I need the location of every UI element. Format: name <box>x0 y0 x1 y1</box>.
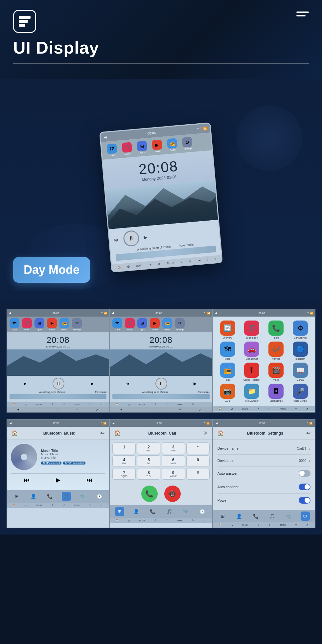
bt-home-tb[interactable]: 🏠 <box>13 504 16 507</box>
dial-3[interactable]: 3DEF <box>162 442 185 454</box>
bn-grid[interactable]: ⊞ <box>12 492 21 501</box>
sc-nav-vedio-2[interactable]: ▶ Vedio <box>150 318 160 331</box>
bn-grid-settings[interactable]: ⊞ <box>218 512 227 521</box>
home-toolbar-icon[interactable]: 🏠 <box>117 266 121 269</box>
sc-nav-maps-1[interactable]: 🗺 Maps <box>10 318 19 331</box>
dial-hash[interactable]: # <box>186 468 210 480</box>
bts-home-tb[interactable]: 🏠 <box>219 524 222 526</box>
call-accept-button[interactable]: 📞 <box>141 486 158 502</box>
bts-vol-tb[interactable]: 🔊 <box>306 524 309 526</box>
sc-home-1[interactable]: 🏠 <box>13 403 16 406</box>
app-filemgr[interactable]: 📁 File Manager <box>241 384 263 402</box>
sc-vol-2[interactable]: 🔊 <box>203 403 206 406</box>
bt-home-call[interactable]: 🏠 <box>114 430 121 436</box>
bn-phone-call[interactable]: 📞 <box>148 507 157 516</box>
nav-app-apps[interactable]: ⊞ Apps <box>137 141 148 154</box>
sc-pwr-2[interactable]: ⏻ <box>128 403 130 406</box>
dial-6[interactable]: 6MNO <box>162 455 185 467</box>
sc-home-3[interactable]: 🏠 <box>219 407 222 410</box>
bn-grid-call[interactable]: ⊞ <box>115 507 124 516</box>
auto-connect-toggle[interactable] <box>299 484 310 490</box>
app-phone[interactable]: 📞 Phone <box>265 321 287 339</box>
mc-play[interactable]: ▶ <box>56 476 60 484</box>
dial-9[interactable]: 9WXYZ <box>162 468 185 480</box>
sc-nav-apps-1[interactable]: ⊞ Apps <box>34 318 44 331</box>
sc-next-1[interactable]: ▶ <box>91 381 94 386</box>
bn-clock-call[interactable]: 🕐 <box>198 507 207 516</box>
nav-app-maps[interactable]: 🗺 Maps <box>106 143 117 156</box>
bt-home-music[interactable]: 🏠 <box>12 430 18 436</box>
dial-7[interactable]: 7PQRS <box>112 468 136 480</box>
dial-4[interactable]: 4GHI <box>112 455 136 467</box>
dial-star[interactable]: * <box>186 442 210 454</box>
app-manual[interactable]: 📖 Manual <box>289 363 311 381</box>
sc-nav-radio-1[interactable]: 📻 Radio <box>59 318 69 331</box>
sc-vol-3[interactable]: 🔊 <box>306 407 309 410</box>
power-icon[interactable]: ⏻ <box>127 265 130 268</box>
btc-pwr-tb[interactable]: ⏻ <box>128 519 130 522</box>
nav-app-settings[interactable]: ⚙ Settings <box>182 137 193 150</box>
app-radio[interactable]: 📻 Radio <box>217 363 239 381</box>
call-reject-button[interactable]: 📵 <box>164 486 181 502</box>
app-voicecontrol[interactable]: 🎤 Voice Control <box>289 384 311 402</box>
app-maps[interactable]: 🗺 Maps <box>217 342 239 360</box>
btc-home-tb[interactable]: 🏠 <box>116 519 119 522</box>
bn-person[interactable]: 👤 <box>29 492 38 501</box>
sc-prev-2[interactable]: ⏮ <box>126 381 129 386</box>
app-localmusic[interactable]: 🎵 Localmusic <box>241 321 263 339</box>
sc-play-2[interactable]: ⏸ <box>155 378 167 390</box>
vol-icon[interactable]: 🔊 <box>189 259 192 263</box>
mc-next[interactable]: ⏭ <box>86 477 92 484</box>
sc-play-1[interactable]: ⏸ <box>53 378 64 390</box>
bn-gear-active[interactable]: ⚙ <box>301 512 310 521</box>
bt-vol-tb[interactable]: 🔊 <box>100 504 103 507</box>
bn-clip[interactable]: 📎 <box>78 492 87 501</box>
dial-0[interactable]: 0- <box>186 455 210 467</box>
bts-pwr-tb[interactable]: ⏻ <box>231 524 233 526</box>
device-name-arrow[interactable]: › <box>309 446 310 451</box>
bn-person-settings[interactable]: 👤 <box>235 512 244 521</box>
back-toolbar-icon[interactable]: ◀ <box>198 259 201 262</box>
sc-home-2[interactable]: 🏠 <box>116 403 119 406</box>
next-icon[interactable]: ▶ <box>144 234 148 240</box>
dial-5[interactable]: 5JKL <box>137 455 160 467</box>
sc-nav-maps-2[interactable]: 🗺 Maps <box>112 318 122 331</box>
app-carsettings[interactable]: ⚙ Car Settings <box>289 321 311 339</box>
mc-prev[interactable]: ⏮ <box>24 477 30 484</box>
nav-app-music[interactable]: 🎵 Music <box>122 142 132 155</box>
bn-clip-call[interactable]: 📎 <box>181 507 190 516</box>
app-soundrec[interactable]: 🎙 Sound Recorder <box>241 363 263 381</box>
bn-music-settings[interactable]: 🎵 <box>267 512 277 521</box>
sc-nav-music-1[interactable]: 🎵 Music <box>22 318 32 331</box>
bn-music-call[interactable]: 🎵 <box>165 507 174 516</box>
sc-vol-1[interactable]: 🔊 <box>100 403 103 406</box>
sc-nav-apps-2[interactable]: ⊞ Apps <box>137 318 147 331</box>
bn-clock[interactable]: 🕐 <box>95 492 104 501</box>
app-originalcar[interactable]: 🚗 Original Car <box>241 342 263 360</box>
sc-prev-1[interactable]: ⏮ <box>23 381 27 386</box>
bn-music-active[interactable]: 🎵 <box>62 492 71 501</box>
bn-phone[interactable]: 📞 <box>45 492 55 501</box>
app-kuwooo[interactable]: 🎶 Kuwooo <box>265 342 287 360</box>
bt-home-settings[interactable]: 🏠 <box>218 430 224 436</box>
bt-pwr-tb[interactable]: ⏻ <box>25 504 27 507</box>
bn-person-call[interactable]: 👤 <box>132 507 141 516</box>
dial-1[interactable]: 1 <box>112 442 136 454</box>
nav-app-vedio[interactable]: ▶ Vedio <box>152 139 163 153</box>
bn-phone-settings[interactable]: 📞 <box>251 512 260 521</box>
device-pin-arrow[interactable]: › <box>309 458 310 463</box>
bn-clip-settings[interactable]: 📎 <box>284 512 293 521</box>
sc-nav-vedio-1[interactable]: ▶ Vedio <box>47 318 57 331</box>
app-avin[interactable]: 📷 Avin <box>217 384 239 402</box>
sc-nav-radio-2[interactable]: 📻 Radio <box>162 318 172 331</box>
bt-back-btn-music[interactable]: ↩ <box>100 430 104 436</box>
app-bluetooth[interactable]: 🔵 Bluetooth <box>289 342 311 360</box>
dial-8[interactable]: 8TUV <box>137 468 160 480</box>
sc-pwr-3[interactable]: ⏻ <box>231 408 233 410</box>
sc-next-2[interactable]: ▶ <box>194 381 196 386</box>
prev-icon[interactable]: ⏮ <box>114 237 119 242</box>
sc-nav-music-2[interactable]: 🎵 Music <box>125 318 135 331</box>
bt-back-btn-call[interactable]: ✕ <box>203 430 208 436</box>
auto-answer-toggle[interactable] <box>299 470 310 477</box>
app-dispsettings[interactable]: 🎛 DispSettings <box>265 384 287 402</box>
